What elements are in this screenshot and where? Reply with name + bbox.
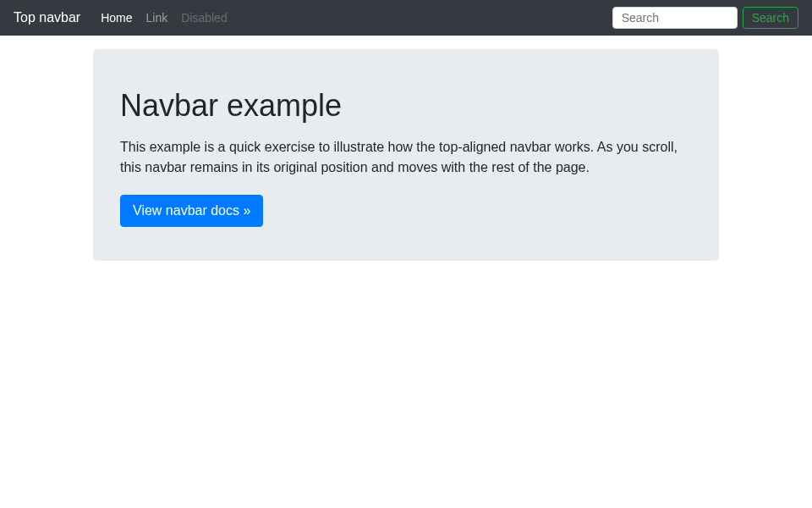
navbar-brand[interactable]: Top navbar	[14, 3, 80, 32]
nav-item-link: Link	[140, 3, 175, 32]
search-input[interactable]	[612, 7, 738, 29]
nav-item-home: Home	[94, 3, 139, 32]
navbar-nav: Home Link Disabled	[94, 3, 234, 32]
main-content: Navbar example This example is a quick e…	[93, 36, 719, 274]
navbar-search-form: Search	[612, 7, 798, 29]
nav-link-link[interactable]: Link	[146, 11, 168, 25]
nav-item-disabled: Disabled	[174, 3, 233, 32]
jumbotron: Navbar example This example is a quick e…	[93, 49, 719, 261]
top-navbar: Top navbar Home Link Disabled Search	[0, 0, 812, 36]
view-docs-button[interactable]: View navbar docs »	[120, 195, 263, 227]
page-title: Navbar example	[120, 83, 692, 129]
navbar-left: Top navbar Home Link Disabled	[14, 3, 234, 32]
nav-link-disabled: Disabled	[181, 11, 227, 25]
nav-link-home[interactable]: Home	[101, 11, 132, 25]
page-lead: This example is a quick exercise to illu…	[120, 137, 692, 178]
search-button[interactable]: Search	[743, 7, 798, 29]
